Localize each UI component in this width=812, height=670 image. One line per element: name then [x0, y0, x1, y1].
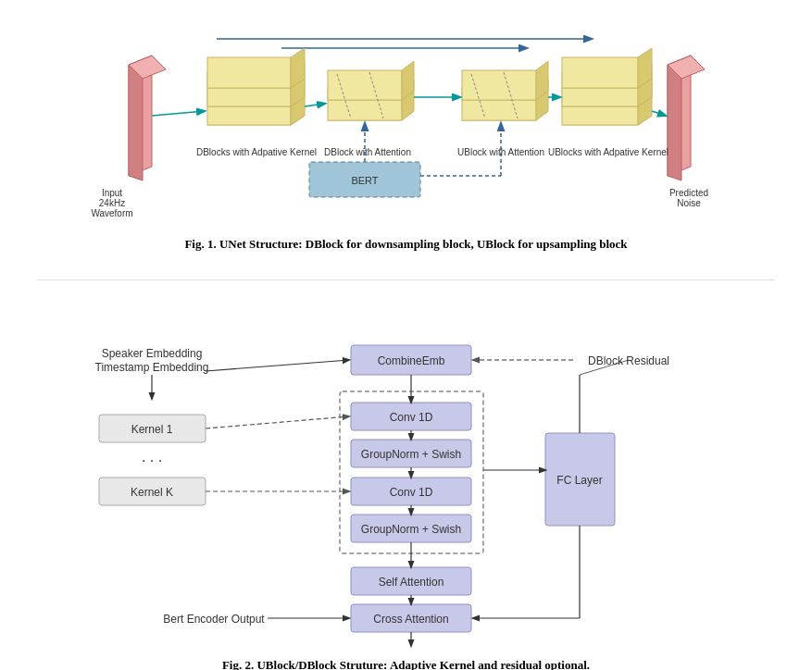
svg-rect-37: [562, 57, 638, 88]
svg-rect-26: [462, 70, 536, 100]
svg-text:DBlock Residual: DBlock Residual: [587, 354, 668, 367]
svg-text:Speaker Embedding: Speaker Embedding: [101, 347, 202, 360]
svg-text:Noise: Noise: [677, 198, 701, 208]
svg-text:Conv 1D: Conv 1D: [389, 411, 432, 424]
fig1-caption: Fig. 1. UNet Structure: DBlock for downs…: [184, 237, 627, 252]
svg-line-88: [206, 360, 349, 371]
svg-line-100: [206, 416, 349, 428]
svg-text:Input: Input: [101, 188, 121, 198]
svg-text:Cross Attention: Cross Attention: [373, 613, 448, 626]
svg-text:Bert Encoder Output: Bert Encoder Output: [163, 613, 265, 626]
svg-text:24kHz: 24kHz: [98, 198, 124, 208]
svg-marker-41: [668, 65, 681, 180]
section-divider: [37, 279, 775, 280]
svg-text:Waveform: Waveform: [91, 208, 132, 218]
svg-text:Timestamp Embedding: Timestamp Embedding: [94, 361, 208, 374]
svg-text:Self Attention: Self Attention: [378, 576, 443, 589]
svg-text:UBlock with Attention: UBlock with Attention: [457, 147, 544, 157]
fig1-diagram: Input 24kHz Waveform DBlocks with Adpati…: [45, 19, 768, 231]
fig2-diagram: Kernel 1 · · · Kernel K Speaker Embeddin…: [55, 299, 758, 651]
fig2-caption-text: UBlock/DBlock Struture: Adaptive Kernel …: [254, 658, 590, 670]
fig2-caption: Fig. 2. UBlock/DBlock Struture: Adaptive…: [222, 658, 590, 670]
svg-line-43: [152, 111, 205, 116]
svg-text:Kernel K: Kernel K: [130, 486, 172, 499]
svg-text:DBlocks with Adpative Kernel: DBlocks with Adpative Kernel: [195, 147, 316, 157]
fig2-caption-bold: Fig. 2.: [222, 658, 254, 670]
svg-text:BERT: BERT: [351, 175, 378, 186]
svg-rect-12: [207, 57, 291, 88]
svg-text:· · ·: · · ·: [141, 453, 161, 468]
figure2-container: Kernel 1 · · · Kernel K Speaker Embeddin…: [37, 299, 775, 670]
svg-text:GroupNorm + Swish: GroupNorm + Swish: [360, 523, 460, 536]
svg-marker-4: [129, 65, 143, 180]
svg-text:CombineEmb: CombineEmb: [377, 354, 444, 367]
svg-line-47: [652, 111, 666, 116]
svg-text:DBlock with Attention: DBlock with Attention: [324, 147, 411, 157]
svg-rect-18: [328, 70, 402, 100]
svg-text:Kernel 1: Kernel 1: [131, 423, 172, 436]
fig1-caption-bold: Fig. 1.: [184, 237, 216, 251]
svg-text:UBlocks with Adpative Kernel: UBlocks with Adpative Kernel: [547, 147, 668, 157]
svg-text:Conv 1D: Conv 1D: [389, 486, 432, 499]
figure1-container: Input 24kHz Waveform DBlocks with Adpati…: [37, 19, 775, 270]
svg-text:FC Layer: FC Layer: [556, 474, 602, 487]
svg-line-44: [305, 104, 325, 106]
page: Input 24kHz Waveform DBlocks with Adpati…: [0, 0, 812, 670]
svg-text:Predicted: Predicted: [668, 188, 707, 198]
svg-text:GroupNorm + Swish: GroupNorm + Swish: [360, 448, 460, 461]
fig1-caption-text: UNet Structure: DBlock for downsampling …: [217, 237, 628, 251]
